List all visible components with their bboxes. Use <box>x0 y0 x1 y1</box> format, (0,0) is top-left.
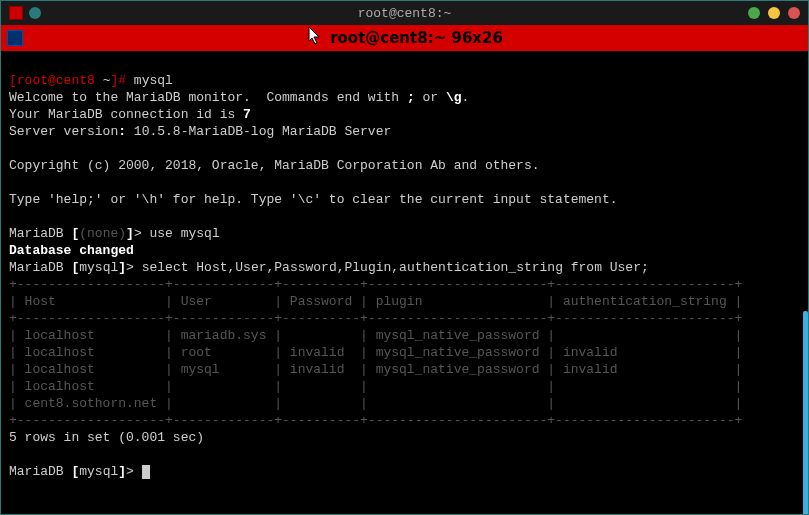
table-row: | cent8.sothorn.net | | | | | <box>9 396 742 411</box>
window-controls <box>748 7 800 19</box>
help-line: Type 'help;' or '\h' for help. Type '\c'… <box>9 192 618 207</box>
table-row: | localhost | mysql | invalid | mysql_na… <box>9 362 742 377</box>
close-button[interactable] <box>788 7 800 19</box>
table-header: | Host | User | Password | plugin | auth… <box>9 294 742 309</box>
maximize-button[interactable] <box>768 7 780 19</box>
tab-title[interactable]: root@cent8:~ 96x26 <box>330 29 503 47</box>
window-title: root@cent8:~ <box>358 6 452 21</box>
prompt-bracket-open: [ <box>9 73 17 88</box>
app-icon <box>9 6 23 20</box>
table-border-mid: +-------------------+-------------+-----… <box>9 311 742 326</box>
table-row: | localhost | | | | | <box>9 379 742 394</box>
table-row: | localhost | mariadb.sys | | mysql_nati… <box>9 328 742 343</box>
welcome-line3a: Server version <box>9 124 118 139</box>
prompt-path: ~ <box>95 73 111 88</box>
table-border-top: +-------------------+-------------+-----… <box>9 277 742 292</box>
table-border-bottom: +-------------------+-------------+-----… <box>9 413 742 428</box>
mariadb-prompt-3-pre: MariaDB <box>9 464 71 479</box>
new-tab-icon[interactable] <box>29 7 41 19</box>
rows-footer: 5 rows in set (0.001 sec) <box>9 430 204 445</box>
terminal-window: root@cent8:~ root@cent8:~ 96x26 [root@ce… <box>0 0 809 515</box>
minimize-button[interactable] <box>748 7 760 19</box>
prompt-bracket-close: ]# <box>110 73 133 88</box>
shell-cmd: mysql <box>134 73 173 88</box>
titlebar[interactable]: root@cent8:~ <box>1 1 808 25</box>
db-changed: Database changed <box>9 243 134 258</box>
terminal-viewport[interactable]: [root@cent8 ~]# mysql Welcome to the Mar… <box>1 51 808 514</box>
welcome-line2a: Your MariaDB connection id is <box>9 107 243 122</box>
copyright: Copyright (c) 2000, 2018, Oracle, MariaD… <box>9 158 540 173</box>
mariadb-cmd-1: use mysql <box>150 226 220 241</box>
mariadb-prompt-2-pre: MariaDB <box>9 260 71 275</box>
table-row: | localhost | root | invalid | mysql_nat… <box>9 345 742 360</box>
mariadb-cmd-2: select Host,User,Password,Plugin,authent… <box>142 260 649 275</box>
tabbar: root@cent8:~ 96x26 <box>1 25 808 51</box>
titlebar-left <box>9 6 41 20</box>
prompt-userhost: root@cent8 <box>17 73 95 88</box>
welcome-line1a: Welcome to the MariaDB monitor. Commands… <box>9 90 407 105</box>
text-cursor <box>142 465 150 479</box>
tab-terminal-icon[interactable] <box>7 30 23 46</box>
mariadb-prompt-1-pre: MariaDB <box>9 226 71 241</box>
scrollbar[interactable] <box>803 311 808 514</box>
